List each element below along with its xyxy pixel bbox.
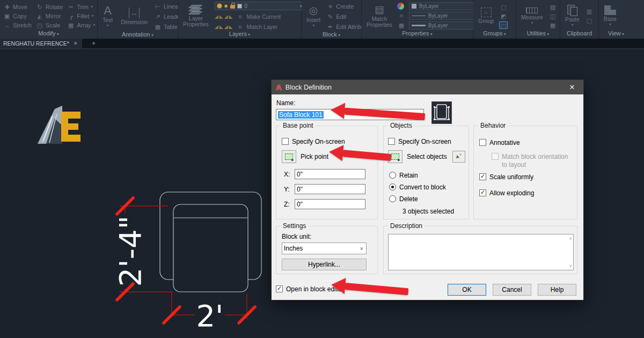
objects-specify-onscreen-label: Specify On-screen — [398, 138, 451, 145]
allow-exploding-checkbox[interactable] — [479, 189, 486, 196]
panel-label-groups[interactable]: Groups — [473, 30, 516, 39]
ribbon-panel-modify: Move Rotate Trim▾ Copy Mirror Fillet▾ St… — [0, 0, 98, 39]
description-textarea[interactable]: ∧ ∨ — [388, 234, 574, 270]
scale-uniformly-checkbox[interactable] — [479, 173, 486, 180]
retain-label: Retain — [399, 172, 418, 179]
base-specify-onscreen-checkbox[interactable] — [282, 138, 289, 145]
dialog-title-bar[interactable]: A Block Definition — [272, 80, 583, 94]
chevron-down-icon: ▾ — [531, 21, 533, 25]
chevron-down-icon: ▾ — [93, 23, 96, 27]
tool-scale[interactable]: Scale — [36, 20, 63, 30]
copy-clip-icon[interactable] — [585, 17, 594, 24]
measure-button[interactable]: Measure ▾ — [519, 8, 545, 25]
layer-unlock-icon — [230, 5, 235, 9]
transparency-icon[interactable] — [397, 21, 406, 29]
tool-rotate[interactable]: Rotate — [36, 2, 63, 11]
id-point-icon[interactable] — [548, 3, 557, 11]
name-label: Name: — [276, 99, 295, 107]
text-icon: A — [104, 5, 112, 16]
group-edit-icon[interactable] — [499, 12, 508, 20]
objects-specify-onscreen-checkbox[interactable] — [388, 138, 395, 145]
ribbon: Move Rotate Trim▾ Copy Mirror Fillet▾ St… — [0, 0, 644, 39]
linetype-swatch — [412, 16, 426, 16]
tool-mirror[interactable]: Mirror — [36, 11, 63, 20]
layer-on-icon — [217, 4, 222, 8]
make-current-row[interactable]: ◢◣◢◣ Make Current — [215, 12, 305, 20]
dimension-tool-button[interactable]: Dimension — [119, 8, 149, 25]
x-input[interactable]: 0" — [295, 169, 365, 179]
layer-thaw-icon — [224, 3, 228, 9]
table-icon — [154, 24, 162, 30]
tool-fillet[interactable]: Fillet▾ — [67, 11, 95, 20]
dimension-text-vertical: 2'-4" — [113, 216, 148, 287]
hyperlink-button[interactable]: Hyperlink... — [282, 259, 367, 270]
panel-label-block[interactable]: Block — [302, 31, 361, 39]
convert-to-block-radio[interactable] — [389, 183, 396, 190]
pick-point-button[interactable] — [282, 150, 296, 163]
z-input[interactable]: 0" — [295, 199, 365, 209]
cut-icon[interactable] — [585, 8, 594, 15]
panel-label-annotation[interactable]: Annotation — [98, 31, 178, 39]
y-input[interactable]: 0" — [295, 184, 365, 194]
delete-radio[interactable] — [389, 195, 396, 202]
ok-button[interactable]: OK — [448, 284, 486, 296]
file-tab-bar: RENGHATU REFRENCE* ✕ + — [0, 39, 644, 49]
layer-dropdown[interactable]: 0 ▾ — [215, 2, 305, 10]
base-point-group: Base point Specify On-screen Pick point … — [276, 126, 378, 219]
paste-button[interactable]: Paste ▾ — [564, 5, 581, 27]
group-button[interactable]: ○ Group — [477, 8, 495, 24]
copy-icon — [3, 13, 11, 19]
quick-select-icon[interactable] — [548, 12, 557, 20]
block-unit-select[interactable]: Inches ∨ — [282, 243, 367, 254]
tool-array[interactable]: Array▾ — [67, 20, 95, 30]
new-tab-button[interactable]: + — [86, 39, 100, 48]
panel-label-layers[interactable]: Layers — [178, 31, 301, 39]
lineweight-icon[interactable] — [397, 12, 406, 19]
color-swatch — [412, 4, 416, 9]
help-button[interactable]: Help — [538, 284, 576, 296]
text-tool-button[interactable]: A Text ▾ — [101, 5, 114, 27]
layer-properties-button[interactable]: Layer Properties — [181, 5, 210, 27]
ungroup-icon[interactable] — [499, 3, 508, 11]
scroll-down-icon[interactable]: ∨ — [569, 263, 572, 268]
tool-move[interactable]: Move — [3, 2, 32, 11]
objects-group: Objects Specify On-screen Select objects… — [383, 126, 469, 219]
panel-label-modify[interactable]: Modify — [0, 30, 97, 39]
cancel-button[interactable]: Cancel — [493, 284, 531, 296]
group-selection-icon[interactable] — [499, 21, 508, 29]
match-layer-row[interactable]: ◢◣◢◣ Match Layer — [215, 23, 305, 31]
tool-trim[interactable]: Trim▾ — [67, 2, 95, 11]
company-logo — [34, 104, 84, 147]
panel-label-properties[interactable]: Properties — [362, 30, 473, 39]
match-properties-button[interactable]: Match Properties — [365, 4, 394, 28]
linear-icon — [154, 3, 162, 10]
panel-label-utilities[interactable]: Utilities — [516, 30, 560, 39]
panel-label-view[interactable]: View — [599, 30, 633, 39]
ribbon-panel-groups: ○ Group Groups — [473, 0, 516, 39]
tool-copy[interactable]: Copy — [3, 11, 32, 20]
retain-radio[interactable] — [389, 172, 396, 179]
dialog-close-button[interactable]: ✕ — [561, 80, 583, 94]
chevron-down-icon: ▾ — [107, 24, 109, 27]
file-tab[interactable]: RENGHATU REFRENCE* ✕ — [0, 39, 82, 48]
annotative-checkbox[interactable] — [479, 139, 486, 146]
move-icon — [3, 4, 11, 10]
color-wheel-icon[interactable] — [397, 3, 404, 10]
base-button[interactable]: Base ▾ — [602, 5, 618, 26]
panel-label-clipboard[interactable]: Clipboard — [560, 30, 598, 39]
insert-button[interactable]: Insert ▾ — [305, 5, 322, 27]
block-preview-thumbnail — [431, 101, 452, 124]
open-in-block-editor-checkbox[interactable] — [276, 285, 283, 292]
layer-color-swatch — [237, 4, 242, 9]
tool-stretch[interactable]: Stretch — [3, 20, 32, 30]
ribbon-panel-layers: Layer Properties 0 ▾ ◢◣◢◣ Make Current — [178, 0, 302, 39]
fillet-icon — [67, 13, 75, 19]
quick-select-button[interactable]: ➤✦ — [452, 151, 465, 163]
pick-point-icon — [285, 153, 293, 160]
scroll-up-icon[interactable]: ∧ — [569, 236, 572, 241]
close-tab-icon[interactable]: ✕ — [74, 41, 78, 46]
y-label: Y: — [284, 186, 290, 193]
quick-calc-icon[interactable] — [548, 21, 557, 29]
match-orientation-checkbox[interactable] — [492, 153, 499, 160]
ribbon-panel-block: Insert ▾ Create Edit Edit Attributes▾ Bl… — [302, 0, 362, 39]
